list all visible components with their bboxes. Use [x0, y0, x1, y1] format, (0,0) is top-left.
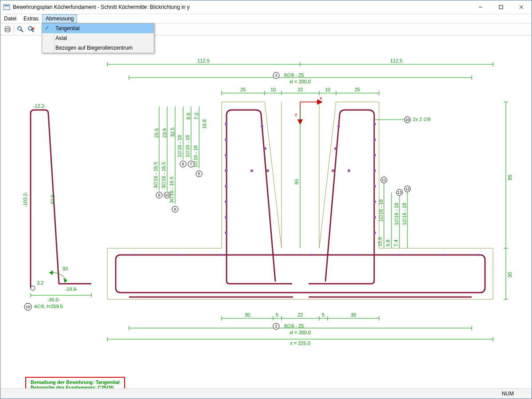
svg-point-62	[373, 185, 376, 188]
svg-text:6: 6	[182, 162, 184, 166]
svg-text:16: 16	[26, 305, 30, 309]
abmessung-dropdown: ✓ Tangential Axial Bezogen auf Biegeroll…	[42, 23, 154, 53]
dim-text: 8∅8 - 25	[284, 72, 304, 78]
svg-text:9: 9	[158, 193, 160, 197]
svg-point-72	[221, 254, 223, 256]
window-title: Bewehrungsplan Köcherfundament - Schnitt…	[13, 4, 470, 10]
svg-text:22: 22	[297, 312, 303, 317]
svg-text:23.9: 23.9	[162, 128, 167, 137]
svg-point-65	[373, 231, 376, 234]
dropdown-item-bezogen[interactable]: Bezogen auf Biegerollenzentrum	[42, 43, 154, 53]
svg-point-76	[399, 254, 401, 256]
svg-point-59	[373, 138, 376, 141]
dim-text: 112.5	[390, 58, 403, 63]
svg-text:z: z	[295, 112, 297, 117]
dropdown-label: Axial	[55, 35, 67, 41]
svg-point-54	[261, 125, 263, 128]
svg-rect-8	[6, 30, 9, 32]
close-button[interactable]	[511, 0, 532, 14]
svg-text:3∅16 - 16.5: 3∅16 - 16.5	[161, 162, 166, 188]
svg-point-57	[250, 169, 253, 172]
svg-text:25: 25	[240, 87, 246, 92]
svg-text:13: 13	[397, 190, 402, 195]
svg-point-46	[225, 123, 227, 125]
check-icon: ✓	[45, 25, 49, 31]
svg-text:8.6: 8.6	[186, 113, 191, 119]
svg-text:xl = 200.0: xl = 200.0	[289, 330, 311, 335]
dropdown-label: Tangential	[55, 25, 80, 31]
svg-text:7.0: 7.0	[194, 113, 199, 119]
svg-point-11	[28, 27, 32, 30]
svg-text:1∅16 - 18: 1∅16 - 18	[185, 135, 190, 157]
app-icon	[3, 4, 10, 11]
svg-text:11: 11	[382, 178, 386, 182]
zoom-reset-button[interactable]	[27, 25, 35, 34]
drawing-canvas[interactable]: 112.5 112.5 4 8∅8 - 25 xl = 200.0 25 10 …	[0, 35, 532, 388]
svg-text:1∅16 - 18: 1∅16 - 18	[177, 135, 182, 157]
svg-point-70	[133, 254, 135, 256]
menu-extras[interactable]: Extras	[20, 14, 42, 23]
svg-text:1∅16 - 18: 1∅16 - 18	[402, 203, 407, 225]
svg-point-63	[373, 200, 376, 203]
svg-rect-43	[116, 255, 485, 293]
dropdown-item-axial[interactable]: Axial	[42, 33, 154, 43]
svg-text:5: 5	[322, 312, 325, 317]
toolbar-separator	[14, 25, 14, 33]
statusbar: NUM	[0, 388, 532, 399]
svg-point-56	[266, 169, 269, 172]
svg-point-61	[373, 169, 376, 172]
print-button[interactable]	[3, 25, 12, 34]
info-box: Bemaßung der Bewehrung: Tangential Beton…	[25, 377, 125, 388]
svg-text:32.5: 32.5	[170, 127, 175, 137]
svg-text:93: 93	[63, 266, 68, 271]
menu-abmessung[interactable]: Abmessung	[42, 14, 77, 23]
svg-text:30: 30	[245, 312, 250, 317]
app-window: Bewehrungsplan Köcherfundament - Schnitt…	[0, 0, 532, 399]
svg-text:3∅16 - 16.5: 3∅16 - 16.5	[153, 162, 158, 188]
svg-point-68	[332, 169, 334, 172]
svg-point-48	[225, 154, 227, 156]
svg-text:2x 2 ∅8: 2x 2 ∅8	[413, 117, 430, 122]
status-num: NUM	[502, 391, 514, 397]
svg-text:-12.2-: -12.2-	[33, 103, 46, 109]
svg-text:10: 10	[270, 87, 276, 92]
magnifier-x-icon	[27, 26, 35, 33]
svg-rect-0	[4, 4, 10, 10]
magnifier-icon	[17, 26, 24, 33]
svg-point-69	[348, 169, 350, 172]
dropdown-item-tangential[interactable]: ✓ Tangential	[42, 23, 154, 33]
maximize-button[interactable]	[491, 0, 511, 14]
svg-point-67	[334, 147, 337, 150]
svg-text:5: 5	[198, 172, 200, 176]
dim-text: 112.5	[197, 58, 210, 63]
menubar: Datei Extras Abmessung	[0, 14, 532, 23]
svg-point-78	[478, 254, 481, 256]
print-icon	[4, 26, 11, 33]
menu-datei[interactable]: Datei	[0, 14, 20, 23]
svg-text:4: 4	[275, 73, 277, 78]
svg-text:85: 85	[507, 175, 512, 180]
zoom-button[interactable]	[16, 25, 25, 34]
svg-text:16.8: 16.8	[202, 119, 207, 129]
svg-point-9	[18, 27, 21, 30]
minimize-button[interactable]	[470, 0, 491, 14]
svg-text:15.6: 15.6	[377, 237, 383, 246]
svg-text:25: 25	[355, 87, 360, 92]
svg-text:1∅16 - 18: 1∅16 - 18	[378, 200, 383, 222]
svg-text:16: 16	[405, 117, 410, 122]
dropdown-label: Bezogen auf Biegerollenzentrum	[55, 45, 133, 51]
svg-line-10	[21, 30, 23, 32]
svg-text:7: 7	[190, 162, 192, 166]
svg-text:3∅16 - 16.5: 3∅16 - 16.5	[169, 176, 174, 203]
svg-marker-168	[63, 278, 67, 283]
svg-text:4∅8, l=259.5: 4∅8, l=259.5	[34, 304, 63, 309]
svg-text:85: 85	[294, 179, 299, 184]
svg-point-50	[225, 185, 227, 188]
svg-text:8∅8 - 25: 8∅8 - 25	[284, 323, 304, 329]
svg-line-12	[31, 30, 34, 32]
svg-text:1∅16 - 18: 1∅16 - 18	[394, 203, 399, 225]
svg-point-58	[373, 123, 376, 125]
svg-text:-103.2-: -103.2-	[23, 192, 28, 207]
info-line-2: Betongüte des Fundaments: C25/30	[31, 385, 120, 388]
svg-point-52	[225, 216, 227, 219]
